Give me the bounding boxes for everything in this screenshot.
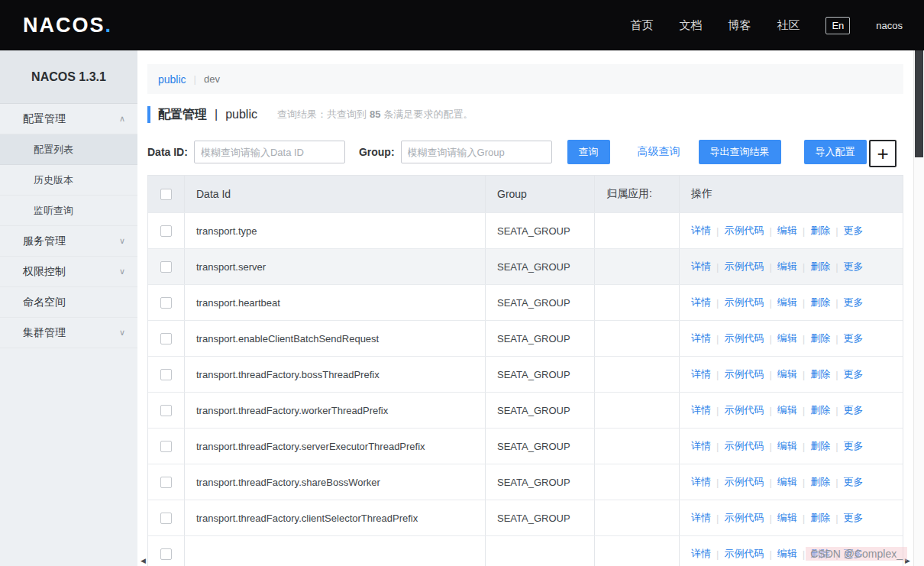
table-row: transport.type SEATA_GROUP 详情|示例代码|编辑|删除… xyxy=(148,212,903,248)
table-row: transport.server SEATA_GROUP 详情|示例代码|编辑|… xyxy=(148,248,903,284)
action-edit-link[interactable]: 编辑 xyxy=(777,296,797,309)
action-more-link[interactable]: 更多 xyxy=(844,403,864,417)
action-sample-code-link[interactable]: 示例代码 xyxy=(724,511,764,525)
row-checkbox[interactable] xyxy=(160,333,172,344)
cell-data-id: transport.threadFactory.clientSelectorTh… xyxy=(185,500,486,535)
vertical-scrollbar[interactable] xyxy=(913,50,924,566)
action-delete-link[interactable]: 删除 xyxy=(810,367,830,381)
row-checkbox[interactable] xyxy=(160,297,172,309)
action-more-link[interactable]: 更多 xyxy=(844,260,864,273)
action-edit-link[interactable]: 编辑 xyxy=(777,260,797,273)
nav-blog-link[interactable]: 博客 xyxy=(728,18,751,33)
logged-in-username[interactable]: nacos xyxy=(876,20,903,31)
action-details-link[interactable]: 详情 xyxy=(691,511,711,525)
action-more-link[interactable]: 更多 xyxy=(844,296,864,309)
cell-app xyxy=(595,285,680,320)
add-config-button[interactable]: + xyxy=(869,140,897,167)
sidebar-item-namespace[interactable]: 命名空间 xyxy=(0,287,137,318)
action-sample-code-link[interactable]: 示例代码 xyxy=(724,367,764,381)
action-details-link[interactable]: 详情 xyxy=(691,475,711,489)
action-details-link[interactable]: 详情 xyxy=(691,260,711,273)
nacos-console-screen: NACOS. 首页 文档 博客 社区 En nacos NACOS 1.3.1 … xyxy=(0,0,924,566)
sidebar-item-listening-query[interactable]: 监听查询 xyxy=(0,196,137,226)
page-title: 配置管理 xyxy=(158,107,207,123)
action-more-link[interactable]: 更多 xyxy=(844,367,864,381)
dataid-search-input[interactable] xyxy=(194,141,345,163)
action-details-link[interactable]: 详情 xyxy=(691,367,711,381)
action-delete-link[interactable]: 删除 xyxy=(810,475,830,489)
hscroll-left-arrow-icon[interactable]: ◀ xyxy=(141,557,146,564)
action-edit-link[interactable]: 编辑 xyxy=(777,367,797,381)
cell-group: SEATA_GROUP xyxy=(486,357,595,392)
action-delete-link[interactable]: 删除 xyxy=(810,296,830,309)
action-edit-link[interactable]: 编辑 xyxy=(777,475,797,489)
action-more-link[interactable]: 更多 xyxy=(844,439,864,453)
action-sample-code-link[interactable]: 示例代码 xyxy=(724,224,764,238)
sidebar-item-cluster-management[interactable]: 集群管理∨ xyxy=(0,318,137,348)
row-checkbox[interactable] xyxy=(160,477,172,488)
nav-home-link[interactable]: 首页 xyxy=(630,18,653,33)
action-details-link[interactable]: 详情 xyxy=(691,547,711,561)
nav-community-link[interactable]: 社区 xyxy=(777,18,800,33)
row-checkbox[interactable] xyxy=(160,548,172,560)
action-more-link[interactable]: 更多 xyxy=(844,224,864,238)
action-details-link[interactable]: 详情 xyxy=(691,403,711,417)
plus-icon: + xyxy=(877,142,888,165)
action-edit-link[interactable]: 编辑 xyxy=(777,439,797,453)
namespace-separator: | xyxy=(194,73,196,85)
action-edit-link[interactable]: 编辑 xyxy=(777,224,797,238)
group-search-input[interactable] xyxy=(401,141,552,163)
action-delete-link[interactable]: 删除 xyxy=(810,224,830,238)
action-edit-link[interactable]: 编辑 xyxy=(777,332,797,345)
action-sample-code-link[interactable]: 示例代码 xyxy=(724,547,764,561)
nacos-logo[interactable]: NACOS. xyxy=(23,14,112,37)
sidebar-item-history-versions[interactable]: 历史版本 xyxy=(0,165,137,196)
action-edit-link[interactable]: 编辑 xyxy=(777,547,797,561)
action-sample-code-link[interactable]: 示例代码 xyxy=(724,260,764,273)
action-details-link[interactable]: 详情 xyxy=(691,439,711,453)
language-toggle-button[interactable]: En xyxy=(825,17,850,34)
sidebar-item-service-management[interactable]: 服务管理∨ xyxy=(0,226,137,257)
cell-data-id: transport.threadFactory.workerThreadPref… xyxy=(185,393,486,428)
table-row: transport.threadFactory.workerThreadPref… xyxy=(148,392,903,428)
action-sample-code-link[interactable]: 示例代码 xyxy=(724,439,764,453)
export-results-button[interactable]: 导出查询结果 xyxy=(699,140,781,164)
sidebar-item-permission-control[interactable]: 权限控制∨ xyxy=(0,257,137,287)
row-checkbox[interactable] xyxy=(160,261,172,273)
action-delete-link[interactable]: 删除 xyxy=(810,439,830,453)
cell-data-id: transport.threadFactory.serverExecutorTh… xyxy=(185,429,486,464)
sidebar-item-config-management[interactable]: 配置管理∧ xyxy=(0,104,137,134)
nav-docs-link[interactable]: 文档 xyxy=(679,18,702,33)
sidebar-item-config-list[interactable]: 配置列表 xyxy=(0,134,137,165)
action-sample-code-link[interactable]: 示例代码 xyxy=(724,332,764,345)
action-more-link[interactable]: 更多 xyxy=(844,475,864,489)
row-checkbox[interactable] xyxy=(160,369,172,380)
action-delete-link[interactable]: 删除 xyxy=(810,260,830,273)
row-checkbox[interactable] xyxy=(160,405,172,416)
row-checkbox[interactable] xyxy=(160,513,172,524)
vertical-scrollbar-thumb[interactable] xyxy=(915,50,923,157)
action-details-link[interactable]: 详情 xyxy=(691,224,711,238)
row-checkbox[interactable] xyxy=(160,225,172,237)
import-config-button[interactable]: 导入配置 xyxy=(804,140,867,164)
action-more-link[interactable]: 更多 xyxy=(844,511,864,525)
select-all-checkbox[interactable] xyxy=(160,189,172,200)
main-content: public | dev 配置管理 | public 查询结果：共查询到85条满… xyxy=(137,50,913,566)
namespace-tab-dev[interactable]: dev xyxy=(204,73,220,85)
search-button[interactable]: 查询 xyxy=(567,140,610,164)
row-checkbox[interactable] xyxy=(160,441,172,452)
namespace-tab-public[interactable]: public xyxy=(158,73,186,86)
action-edit-link[interactable]: 编辑 xyxy=(777,403,797,417)
action-delete-link[interactable]: 删除 xyxy=(810,511,830,525)
column-header-group: Group xyxy=(486,176,595,212)
action-sample-code-link[interactable]: 示例代码 xyxy=(724,403,764,417)
action-delete-link[interactable]: 删除 xyxy=(810,403,830,417)
advanced-search-link[interactable]: 高级查询 xyxy=(638,145,680,159)
action-details-link[interactable]: 详情 xyxy=(691,332,711,345)
action-sample-code-link[interactable]: 示例代码 xyxy=(724,296,764,309)
action-more-link[interactable]: 更多 xyxy=(844,332,864,345)
action-sample-code-link[interactable]: 示例代码 xyxy=(724,475,764,489)
action-details-link[interactable]: 详情 xyxy=(691,296,711,309)
action-delete-link[interactable]: 删除 xyxy=(810,332,830,345)
action-edit-link[interactable]: 编辑 xyxy=(777,511,797,525)
